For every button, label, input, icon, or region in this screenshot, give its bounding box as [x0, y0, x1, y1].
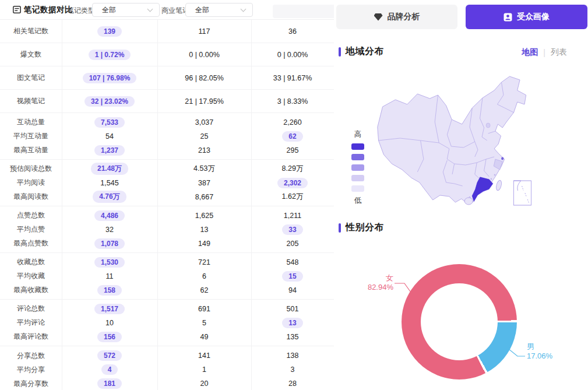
tab-brand-analysis[interactable]: 品牌分析	[336, 5, 457, 29]
note-data-compare-panel: 笔记数据对比 笔记类型 全部 商业笔记 全部 相关笔记数13911736爆文数1…	[0, 0, 334, 390]
note-analytics-dashboard: 笔记数据对比 笔记类型 全部 商业笔记 全部 相关笔记数13911736爆文数1…	[0, 0, 588, 390]
metric-value-cell: 205	[251, 240, 334, 248]
metric-value-cell: 32 | 23.02%	[62, 96, 157, 107]
section-accent-bar	[339, 223, 341, 233]
metric-value: 548	[287, 258, 299, 266]
table-row: 平均点赞321333	[0, 223, 334, 237]
metric-label: 最高阅读数	[0, 192, 62, 202]
highlight-badge: 15	[282, 271, 302, 282]
table-row: 点赞总数4,4861,6251,211	[0, 209, 334, 223]
tab-audience-portrait[interactable]: 受众画像	[466, 5, 587, 29]
female-slice-label: 女 82.94%	[351, 273, 393, 292]
table-row: 最高点赞数1,078149205	[0, 237, 334, 251]
metric-value-cell: 572	[62, 350, 157, 361]
metric-value-cell: 4.53万	[157, 164, 251, 174]
map-legend: 高 低	[351, 129, 365, 206]
chevron-down-icon	[147, 6, 153, 12]
metric-value-cell: 36	[251, 27, 334, 36]
table-row: 最高互动量1,237213295	[0, 143, 334, 157]
toggle-list-option[interactable]: 列表	[551, 47, 567, 58]
table-group: 预估阅读总数21.48万4.53万8.29万平均阅读1,5453872,302最…	[0, 160, 334, 206]
metric-value: 36	[288, 27, 297, 36]
tab-audience-label: 受众画像	[517, 12, 550, 22]
metric-label: 点赞总数	[0, 210, 62, 220]
legend-swatch	[351, 164, 364, 171]
highlight-badge: 2,302	[277, 178, 308, 188]
metric-value-cell: 62	[157, 286, 251, 294]
metric-value-cell: 94	[251, 286, 334, 294]
table-row: 最高阅读数4.76万8,6671.62万	[0, 190, 334, 204]
metric-value-cell: 62	[251, 131, 334, 142]
metric-value-cell: 1,530	[62, 257, 157, 268]
highlight-badge: 1,517	[94, 304, 125, 314]
chevron-down-icon	[241, 6, 247, 12]
comparison-table: 相关笔记数13911736爆文数1 | 0.72%0 | 0.00%0 | 0.…	[0, 20, 334, 390]
note-type-value: 全部	[102, 5, 116, 15]
metric-label: 爆文数	[0, 50, 62, 59]
note-type-select[interactable]: 全部	[92, 3, 160, 17]
toggle-map-option[interactable]: 地图	[522, 47, 538, 58]
gender-donut-chart[interactable]	[402, 264, 517, 380]
metric-label: 最高点赞数	[0, 238, 62, 248]
table-group: 互动总量7,5333,0372,260平均互动量542562最高互动量1,237…	[0, 113, 334, 160]
metric-label: 平均收藏	[0, 271, 62, 281]
metric-value-cell: 181	[62, 378, 157, 389]
table-row: 最高收藏数1586294	[0, 283, 334, 297]
metric-value-cell: 721	[157, 258, 251, 266]
metric-value: 149	[198, 240, 210, 248]
highlight-badge: 13	[282, 318, 302, 328]
metric-label: 平均点赞	[0, 224, 62, 234]
highlight-badge: 572	[97, 350, 122, 361]
metric-label: 最高收藏数	[0, 285, 62, 295]
highlight-badge: 139	[97, 26, 122, 37]
metric-value: 117	[199, 27, 210, 36]
highlight-badge: 62	[282, 131, 302, 142]
metric-value: 295	[287, 146, 299, 154]
metric-label: 最高分享数	[0, 379, 62, 389]
metric-value-cell: 7,533	[62, 117, 157, 128]
male-name: 男	[527, 342, 573, 352]
metric-value-cell: 691	[157, 305, 251, 313]
metric-value: 33 | 91.67%	[273, 74, 312, 82]
metric-value-cell: 1,517	[62, 304, 157, 314]
legend-low-label: 低	[351, 196, 364, 206]
metric-value: 721	[198, 258, 210, 266]
legend-swatch	[351, 143, 364, 150]
metric-label: 平均分享	[0, 365, 62, 375]
map-list-toggle: 地图 | 列表	[522, 47, 567, 58]
table-row: 分享总数572141138	[0, 349, 334, 363]
filter-note-type-label: 笔记类型	[67, 6, 95, 16]
metric-value: 501	[287, 305, 299, 313]
female-percent: 82.94%	[351, 283, 393, 292]
section-accent-bar	[339, 47, 341, 57]
metric-value: 11	[106, 272, 114, 280]
metric-value: 28	[288, 380, 297, 388]
column-divider	[251, 20, 252, 390]
metric-value: 205	[287, 240, 299, 248]
metric-value: 4.53万	[193, 164, 215, 174]
metric-value: 54	[105, 132, 114, 140]
metric-value-cell: 32	[62, 226, 157, 234]
audience-portrait-panel: 品牌分析 受众画像 地域分布 地图 | 列表 高 低	[334, 0, 588, 390]
metric-label: 平均评论	[0, 318, 62, 328]
metric-value-cell: 33 | 91.67%	[251, 74, 334, 82]
table-title: 笔记数据对比	[24, 5, 73, 15]
legend-swatches	[351, 143, 365, 192]
metric-value-cell: 10	[62, 319, 157, 327]
metric-value-cell: 107 | 76.98%	[62, 73, 157, 83]
table-row: 平均评论10513	[0, 316, 334, 330]
highlight-badge: 1,078	[94, 238, 125, 249]
metric-value-cell: 1 | 0.72%	[62, 50, 157, 60]
table-row: 相关笔记数13911736	[0, 20, 334, 43]
table-group: 相关笔记数13911736	[0, 20, 334, 43]
metric-value-cell: 13	[251, 318, 334, 328]
table-row: 评论总数1,517691501	[0, 302, 334, 316]
china-map-canvas[interactable]	[372, 72, 541, 209]
metric-value: 1,625	[195, 212, 213, 220]
metric-value: 6	[202, 272, 206, 280]
metric-value: 1.62万	[282, 192, 304, 202]
metric-value-cell: 4	[62, 364, 157, 375]
metric-value-cell: 1,625	[157, 212, 251, 220]
commercial-note-select[interactable]: 全部	[185, 3, 253, 17]
metric-value-cell: 501	[251, 305, 334, 313]
